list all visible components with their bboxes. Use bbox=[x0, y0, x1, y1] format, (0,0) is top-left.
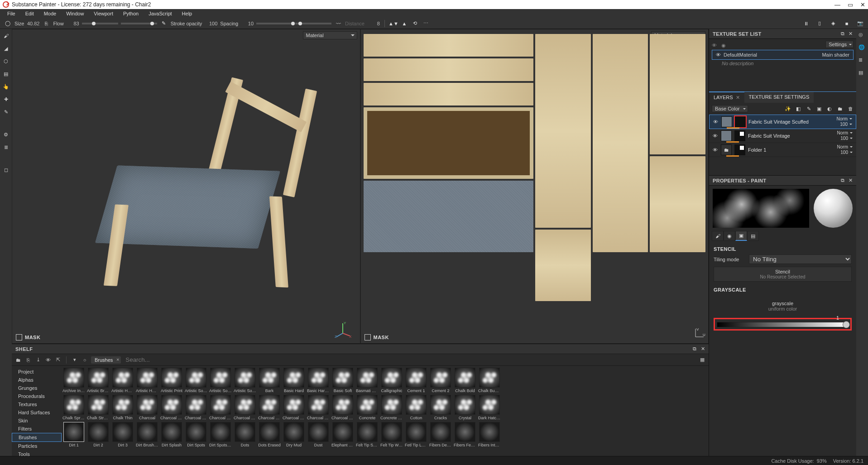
pen-pressure-icon[interactable]: ✎ bbox=[160, 19, 168, 28]
tab-layers[interactable]: LAYERS✕ bbox=[709, 91, 744, 103]
spacing-value[interactable]: 10 bbox=[240, 21, 254, 26]
fill-tool-icon[interactable]: ▤ bbox=[2, 70, 10, 78]
shelf-brush-item[interactable]: Dirt 2 bbox=[87, 422, 110, 447]
shelf-brush-item[interactable]: Basmati Bru… bbox=[356, 368, 379, 393]
shelf-brush-item[interactable]: Elephant Skin bbox=[331, 422, 354, 447]
shelf-brush-item[interactable]: Charcoal M… bbox=[234, 395, 256, 420]
shelf-brush-item[interactable]: Chalk Bumpy bbox=[478, 368, 501, 393]
layer-blend-dropdown[interactable]: Norm bbox=[837, 144, 853, 149]
shelf-brush-item[interactable]: Chalk Strong bbox=[87, 395, 110, 420]
tsl-item-shader[interactable]: Main shader bbox=[822, 52, 849, 58]
prop-tab-brush-icon[interactable]: 🖌 bbox=[712, 231, 724, 241]
brush-preset-icon[interactable]: ◯ bbox=[4, 19, 12, 28]
shelf-brush-item[interactable]: Cotton bbox=[405, 395, 427, 420]
grayscale-slider[interactable]: 1 bbox=[717, 322, 849, 327]
layer-mask-thumb[interactable] bbox=[734, 130, 745, 141]
shelf-brush-item[interactable]: Artistic Soft … bbox=[209, 368, 232, 393]
layer-mask-thumb[interactable] bbox=[735, 116, 746, 127]
shelf-brush-item[interactable]: Fibers Dense bbox=[429, 422, 452, 447]
picker-tool-icon[interactable]: ✎ bbox=[2, 108, 10, 116]
shelf-brush-item[interactable]: Cement 2 bbox=[429, 368, 452, 393]
shelf-brush-item[interactable]: Cracks bbox=[429, 395, 452, 420]
menu-help[interactable]: Help bbox=[177, 10, 197, 17]
window-minimize-button[interactable]: — bbox=[834, 1, 840, 8]
delete-layer-icon[interactable]: 🗑 bbox=[847, 106, 854, 112]
pause-engine-icon[interactable]: ⏸ bbox=[802, 19, 810, 28]
symmetry-settings-icon[interactable]: ⋯ bbox=[422, 19, 430, 28]
rendering-mode-icon[interactable]: ◈ bbox=[829, 19, 837, 28]
brush-tool-icon[interactable]: 🖌 bbox=[2, 32, 10, 40]
shelf-popout-icon[interactable]: ⧉ bbox=[693, 346, 696, 352]
shelf-brush-item[interactable]: Charcoal Str… bbox=[307, 395, 330, 420]
shelf-brush-item[interactable]: Basic Hard bbox=[283, 368, 305, 393]
add-effect-icon[interactable]: ✨ bbox=[785, 106, 791, 112]
material-sphere-preview[interactable] bbox=[814, 189, 853, 228]
shelf-brush-item[interactable]: Dirt 1 bbox=[62, 422, 85, 447]
tiling-mode-dropdown[interactable]: No Tiling bbox=[749, 254, 852, 264]
eraser-tool-icon[interactable]: ◢ bbox=[2, 44, 10, 53]
shelf-brush-item[interactable]: Fibers Interl… bbox=[478, 422, 501, 447]
shelf-import-icon[interactable]: ⤓ bbox=[34, 356, 42, 364]
symmetry-y-icon[interactable]: ▲ bbox=[400, 19, 408, 28]
shelf-category-item[interactable]: Procedurals bbox=[12, 392, 62, 400]
shelf-brush-item[interactable]: Concrete bbox=[356, 395, 379, 420]
prop-tab-alpha-icon[interactable]: ◉ bbox=[724, 231, 735, 241]
shelf-visibility-icon[interactable]: 👁 bbox=[44, 356, 52, 364]
layer-mask-thumb[interactable] bbox=[734, 144, 745, 155]
shelf-brush-item[interactable]: Chalk Spread bbox=[62, 395, 85, 420]
shelf-category-item[interactable]: Hard Surfaces bbox=[12, 408, 62, 417]
2d-viewport[interactable]: Material V U MASK bbox=[360, 29, 709, 344]
shelf-brush-item[interactable]: Concrete Li… bbox=[380, 395, 403, 420]
layer-visibility-icon[interactable]: 👁 bbox=[712, 133, 718, 139]
shelf-brush-item[interactable]: Charcoal Ra… bbox=[283, 395, 305, 420]
properties-close-icon[interactable]: ✕ bbox=[849, 177, 853, 183]
shelf-brush-item[interactable]: Cement 1 bbox=[405, 368, 427, 393]
tsl-close-icon[interactable]: ✕ bbox=[849, 31, 853, 37]
shelf-brush-item[interactable]: Chalk Thin bbox=[111, 395, 134, 420]
shelf-brush-item[interactable]: Dirt 3 bbox=[111, 422, 134, 447]
shelf-category-item[interactable]: Brushes bbox=[12, 433, 62, 442]
shelf-brush-item[interactable]: Charcoal Wi… bbox=[331, 395, 354, 420]
add-folder-icon[interactable]: 🖿 bbox=[837, 106, 843, 112]
opacity-value[interactable]: 100 bbox=[204, 21, 217, 26]
shelf-category-item[interactable]: Grunges bbox=[12, 384, 62, 392]
shelf-export-icon[interactable]: ⇱ bbox=[54, 356, 62, 364]
layer-blend-dropdown[interactable]: Norm bbox=[837, 130, 853, 135]
shelf-brush-item[interactable]: Felt Tip Small bbox=[356, 422, 379, 447]
shelf-category-item[interactable]: Alphas bbox=[12, 376, 62, 384]
layer-item[interactable]: 👁Fabric Suit VintageNorm100 bbox=[709, 129, 856, 143]
tsl-solo-icon[interactable]: ◉ bbox=[721, 43, 726, 48]
tsl-settings-dropdown[interactable]: Settings bbox=[825, 41, 854, 48]
tsl-popout-icon[interactable]: ⧉ bbox=[841, 31, 844, 37]
shelf-brush-item[interactable]: Charcoal N… bbox=[258, 395, 281, 420]
tsl-visibility-icon[interactable]: 👁 bbox=[712, 43, 717, 48]
menu-mode[interactable]: Mode bbox=[39, 10, 61, 17]
shelf-brush-item[interactable]: Fetl Tip Large bbox=[405, 422, 427, 447]
tab-texture-set-settings[interactable]: TEXTURE SET SETTINGS bbox=[744, 92, 814, 103]
layer-thumb[interactable] bbox=[721, 116, 732, 127]
menu-window[interactable]: Window bbox=[62, 10, 88, 17]
link-icon[interactable]: ⎘ bbox=[42, 19, 50, 28]
brush-alpha-preview[interactable] bbox=[713, 189, 809, 228]
shelf-brush-item[interactable]: Artistic Soft … bbox=[185, 368, 207, 393]
spacing-slider[interactable] bbox=[295, 23, 331, 24]
prop-tab-material-icon[interactable]: ▤ bbox=[747, 231, 759, 241]
camera-icon[interactable]: ■ bbox=[843, 19, 851, 28]
settings-icon[interactable]: ⚙ bbox=[2, 130, 10, 139]
flow-value[interactable]: 83 bbox=[66, 21, 79, 26]
shelf-close-icon[interactable]: ✕ bbox=[701, 346, 705, 352]
shelf-category-item[interactable]: Project bbox=[12, 368, 62, 376]
layer-opacity-dropdown[interactable]: 100 bbox=[840, 150, 853, 155]
shelf-brush-item[interactable]: Crystal bbox=[454, 395, 476, 420]
dock-log-icon[interactable]: ▤ bbox=[858, 70, 866, 77]
hierarchy-icon[interactable]: ≣ bbox=[2, 143, 10, 151]
shelf-brush-item[interactable]: Dirt Splash bbox=[160, 422, 183, 447]
shelf-brush-item[interactable]: Artistic Brus… bbox=[87, 368, 110, 393]
shelf-filter-icon[interactable]: ▾ bbox=[71, 356, 78, 364]
menu-edit[interactable]: Edit bbox=[21, 10, 38, 17]
shelf-filter-chip[interactable]: Brushes bbox=[91, 356, 121, 364]
layer-item[interactable]: 👁Fabric Suit Vintage ScuffedNorm100 bbox=[709, 115, 856, 129]
shelf-new-icon[interactable]: ⎘ bbox=[24, 356, 32, 364]
add-mask-icon[interactable]: ◧ bbox=[795, 106, 801, 112]
layer-thumb[interactable] bbox=[721, 130, 732, 141]
